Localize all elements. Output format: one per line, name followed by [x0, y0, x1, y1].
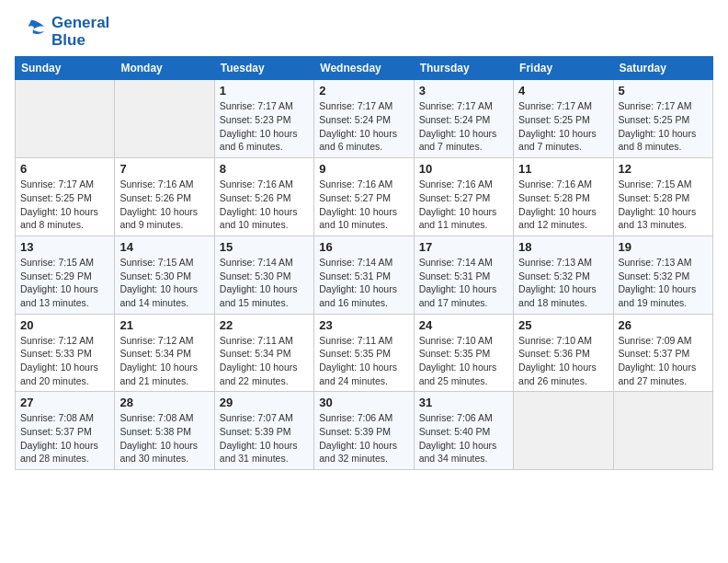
day-info: Sunrise: 7:15 AMSunset: 5:28 PMDaylight:… [619, 178, 708, 232]
day-number: 16 [319, 240, 408, 254]
day-info: Sunrise: 7:10 AMSunset: 5:36 PMDaylight:… [518, 334, 608, 388]
calendar-cell: 25 Sunrise: 7:10 AMSunset: 5:36 PMDaylig… [514, 314, 613, 392]
calendar-cell: 11 Sunrise: 7:16 AMSunset: 5:28 PMDaylig… [514, 158, 613, 236]
day-info: Sunrise: 7:13 AMSunset: 5:32 PMDaylight:… [619, 256, 708, 310]
calendar-cell: 29 Sunrise: 7:07 AMSunset: 5:39 PMDaylig… [214, 392, 313, 470]
weekday-header-wednesday: Wednesday [314, 57, 414, 80]
day-number: 28 [119, 396, 209, 409]
calendar-cell: 14 Sunrise: 7:15 AMSunset: 5:30 PMDaylig… [115, 236, 214, 314]
calendar-cell: 26 Sunrise: 7:09 AMSunset: 5:37 PMDaylig… [613, 314, 712, 392]
day-info: Sunrise: 7:17 AMSunset: 5:24 PMDaylight:… [419, 99, 508, 154]
day-info: Sunrise: 7:13 AMSunset: 5:32 PMDaylight:… [518, 256, 608, 310]
day-number: 22 [220, 318, 309, 332]
weekday-header-sunday: Sunday [16, 57, 115, 80]
day-info: Sunrise: 7:14 AMSunset: 5:31 PMDaylight:… [319, 256, 408, 310]
day-info: Sunrise: 7:17 AMSunset: 5:24 PMDaylight:… [319, 99, 408, 154]
day-number: 8 [220, 162, 309, 176]
calendar-table: SundayMondayTuesdayWednesdayThursdayFrid… [15, 56, 713, 470]
day-info: Sunrise: 7:09 AMSunset: 5:37 PMDaylight:… [619, 334, 708, 388]
calendar-cell [613, 392, 712, 470]
day-info: Sunrise: 7:17 AMSunset: 5:25 PMDaylight:… [518, 99, 608, 154]
day-info: Sunrise: 7:15 AMSunset: 5:29 PMDaylight:… [20, 256, 109, 310]
day-number: 18 [518, 240, 608, 254]
day-info: Sunrise: 7:12 AMSunset: 5:33 PMDaylight:… [20, 334, 109, 388]
calendar-cell: 30 Sunrise: 7:06 AMSunset: 5:39 PMDaylig… [314, 392, 414, 470]
calendar-cell: 7 Sunrise: 7:16 AMSunset: 5:26 PMDayligh… [115, 158, 214, 236]
day-number: 7 [119, 162, 209, 176]
day-info: Sunrise: 7:12 AMSunset: 5:34 PMDaylight:… [119, 334, 209, 388]
day-number: 30 [319, 396, 408, 409]
calendar-cell: 21 Sunrise: 7:12 AMSunset: 5:34 PMDaylig… [115, 314, 214, 392]
day-info: Sunrise: 7:07 AMSunset: 5:39 PMDaylight:… [220, 411, 309, 465]
calendar-cell: 4 Sunrise: 7:17 AMSunset: 5:25 PMDayligh… [514, 80, 613, 158]
day-info: Sunrise: 7:08 AMSunset: 5:38 PMDaylight:… [119, 411, 209, 465]
day-info: Sunrise: 7:16 AMSunset: 5:28 PMDaylight:… [518, 178, 608, 232]
day-number: 27 [20, 396, 109, 409]
weekday-header-thursday: Thursday [414, 57, 513, 80]
day-number: 13 [20, 240, 109, 254]
calendar-cell: 10 Sunrise: 7:16 AMSunset: 5:27 PMDaylig… [414, 158, 513, 236]
calendar-cell [514, 392, 613, 470]
day-number: 10 [419, 162, 508, 176]
day-info: Sunrise: 7:14 AMSunset: 5:30 PMDaylight:… [220, 256, 309, 310]
day-info: Sunrise: 7:17 AMSunset: 5:25 PMDaylight:… [619, 99, 708, 154]
weekday-header-saturday: Saturday [613, 57, 712, 80]
day-info: Sunrise: 7:11 AMSunset: 5:35 PMDaylight:… [319, 334, 408, 388]
weekday-header-friday: Friday [514, 57, 613, 80]
weekday-header-monday: Monday [115, 57, 214, 80]
day-info: Sunrise: 7:06 AMSunset: 5:40 PMDaylight:… [419, 411, 508, 465]
calendar-cell: 20 Sunrise: 7:12 AMSunset: 5:33 PMDaylig… [16, 314, 115, 392]
calendar-cell: 28 Sunrise: 7:08 AMSunset: 5:38 PMDaylig… [115, 392, 214, 470]
day-info: Sunrise: 7:11 AMSunset: 5:34 PMDaylight:… [220, 334, 309, 388]
calendar-cell: 17 Sunrise: 7:14 AMSunset: 5:31 PMDaylig… [414, 236, 513, 314]
calendar-cell: 8 Sunrise: 7:16 AMSunset: 5:26 PMDayligh… [214, 158, 313, 236]
day-info: Sunrise: 7:16 AMSunset: 5:27 PMDaylight:… [419, 178, 508, 232]
day-number: 26 [619, 318, 708, 332]
calendar-cell: 27 Sunrise: 7:08 AMSunset: 5:37 PMDaylig… [16, 392, 115, 470]
day-number: 12 [619, 162, 708, 176]
day-info: Sunrise: 7:10 AMSunset: 5:35 PMDaylight:… [419, 334, 508, 388]
day-number: 29 [220, 396, 309, 409]
calendar-cell: 13 Sunrise: 7:15 AMSunset: 5:29 PMDaylig… [16, 236, 115, 314]
day-number: 6 [20, 162, 109, 176]
day-info: Sunrise: 7:14 AMSunset: 5:31 PMDaylight:… [419, 256, 508, 310]
calendar-cell: 15 Sunrise: 7:14 AMSunset: 5:30 PMDaylig… [214, 236, 313, 314]
day-info: Sunrise: 7:16 AMSunset: 5:27 PMDaylight:… [319, 178, 408, 232]
calendar-cell: 9 Sunrise: 7:16 AMSunset: 5:27 PMDayligh… [314, 158, 414, 236]
calendar-cell: 2 Sunrise: 7:17 AMSunset: 5:24 PMDayligh… [314, 80, 414, 158]
day-info: Sunrise: 7:15 AMSunset: 5:30 PMDaylight:… [119, 256, 209, 310]
day-number: 23 [319, 318, 408, 332]
day-info: Sunrise: 7:17 AMSunset: 5:25 PMDaylight:… [20, 178, 109, 232]
day-info: Sunrise: 7:16 AMSunset: 5:26 PMDaylight:… [220, 178, 309, 232]
day-info: Sunrise: 7:16 AMSunset: 5:26 PMDaylight:… [119, 178, 209, 232]
day-number: 17 [419, 240, 508, 254]
day-number: 20 [20, 318, 109, 332]
day-number: 24 [419, 318, 508, 332]
day-number: 3 [419, 84, 508, 98]
calendar-cell: 23 Sunrise: 7:11 AMSunset: 5:35 PMDaylig… [314, 314, 414, 392]
day-number: 19 [619, 240, 708, 254]
day-number: 15 [220, 240, 309, 254]
calendar-cell: 24 Sunrise: 7:10 AMSunset: 5:35 PMDaylig… [414, 314, 513, 392]
day-number: 11 [518, 162, 608, 176]
calendar-cell: 31 Sunrise: 7:06 AMSunset: 5:40 PMDaylig… [414, 392, 513, 470]
day-number: 14 [119, 240, 209, 254]
day-number: 31 [419, 396, 508, 409]
calendar-cell: 16 Sunrise: 7:14 AMSunset: 5:31 PMDaylig… [314, 236, 414, 314]
day-info: Sunrise: 7:17 AMSunset: 5:23 PMDaylight:… [220, 99, 309, 154]
day-number: 5 [619, 84, 708, 98]
calendar-cell: 19 Sunrise: 7:13 AMSunset: 5:32 PMDaylig… [613, 236, 712, 314]
calendar-cell: 12 Sunrise: 7:15 AMSunset: 5:28 PMDaylig… [613, 158, 712, 236]
calendar-cell: 22 Sunrise: 7:11 AMSunset: 5:34 PMDaylig… [214, 314, 313, 392]
calendar-cell: 6 Sunrise: 7:17 AMSunset: 5:25 PMDayligh… [16, 158, 115, 236]
day-number: 25 [518, 318, 608, 332]
logo: General Blue [15, 15, 109, 49]
weekday-header-tuesday: Tuesday [214, 57, 313, 80]
day-number: 1 [220, 84, 309, 98]
calendar-cell [16, 80, 115, 158]
logo-text: General Blue [51, 15, 109, 49]
day-number: 4 [518, 84, 608, 98]
calendar-cell: 3 Sunrise: 7:17 AMSunset: 5:24 PMDayligh… [414, 80, 513, 158]
page-header: General Blue [15, 15, 713, 49]
day-number: 21 [119, 318, 209, 332]
